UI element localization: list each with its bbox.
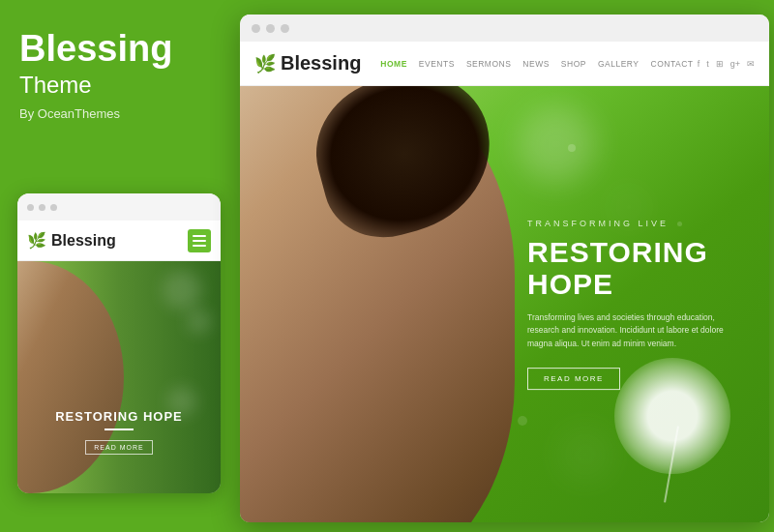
rss-icon[interactable]: ⊞	[716, 59, 724, 69]
hero-tag: TRANSFORMING LIVE	[527, 219, 740, 228]
email-icon[interactable]: ✉	[747, 59, 755, 69]
mobile-mockup: 🌿 Blessing RESTORING HOPE READ MORE	[17, 193, 221, 493]
nav-contact[interactable]: CONTACT	[651, 59, 694, 69]
desktop-dot-2	[266, 24, 275, 33]
hero-description: Transforming lives and societies through…	[527, 311, 740, 351]
brand-by: By OceanThemes	[19, 106, 120, 121]
bokeh-2	[187, 310, 211, 334]
desktop-dot-1	[252, 24, 260, 33]
mobile-dot-3	[50, 204, 57, 211]
mobile-cta-button[interactable]: READ MORE	[85, 440, 152, 455]
facebook-icon[interactable]: f	[698, 59, 700, 69]
bokeh-sm-1	[568, 144, 576, 152]
mobile-logo: 🌿 Blessing	[27, 231, 116, 250]
desktop-hero: TRANSFORMING LIVE RESTORING HOPE Transfo…	[240, 86, 769, 522]
twitter-icon[interactable]: t	[706, 59, 709, 69]
nav-news[interactable]: NEWS	[522, 59, 550, 69]
dandelion	[605, 416, 740, 522]
mobile-leaf-icon: 🌿	[27, 231, 46, 250]
mobile-dot-2	[39, 204, 45, 211]
desktop-dot-3	[281, 24, 289, 33]
menu-line-3	[193, 245, 206, 247]
mobile-divider	[104, 429, 134, 430]
mobile-hero: RESTORING HOPE READ MORE	[17, 261, 221, 493]
hero-cta-button[interactable]: READ MORE	[527, 368, 620, 390]
mobile-logo-text: Blessing	[51, 232, 116, 250]
hero-title: RESTORING HOPE	[527, 236, 740, 300]
mobile-menu-icon[interactable]	[188, 229, 211, 252]
nav-home[interactable]: HOME	[380, 59, 407, 69]
brand-subtitle: Theme	[19, 72, 92, 99]
menu-line-1	[193, 235, 206, 237]
desktop-logo-text: Blessing	[281, 52, 361, 74]
googleplus-icon[interactable]: g+	[730, 59, 740, 69]
desktop-mockup: 🌿 Blessing HOME EVENTS SERMONS NEWS SHOP…	[240, 15, 769, 522]
desktop-nav-links: HOME EVENTS SERMONS NEWS SHOP GALLERY CO…	[380, 59, 697, 69]
desktop-title-bar	[240, 15, 769, 42]
nav-shop[interactable]: SHOP	[561, 59, 586, 69]
mobile-header: 🌿 Blessing	[17, 221, 221, 261]
menu-line-2	[193, 240, 206, 242]
desktop-leaf-icon: 🌿	[254, 53, 276, 74]
bokeh-lg-1	[518, 105, 595, 183]
mobile-title-bar	[17, 193, 221, 221]
desktop-hero-content: TRANSFORMING LIVE RESTORING HOPE Transfo…	[527, 219, 740, 391]
desktop-logo: 🌿 Blessing	[254, 52, 361, 74]
mobile-hero-title: RESTORING HOPE	[17, 409, 221, 424]
bokeh-sm-3	[518, 416, 527, 426]
desktop-nav: 🌿 Blessing HOME EVENTS SERMONS NEWS SHOP…	[240, 42, 769, 86]
nav-sermons[interactable]: SERMONS	[466, 59, 511, 69]
nav-events[interactable]: EVENTS	[419, 59, 455, 69]
mobile-hero-content: RESTORING HOPE READ MORE	[17, 409, 221, 455]
nav-gallery[interactable]: GALLERY	[598, 59, 640, 69]
mobile-dot-1	[27, 204, 34, 211]
bokeh-1	[163, 271, 201, 310]
brand-title: Blessing	[19, 29, 172, 70]
desktop-nav-social: f t ⊞ g+ ✉	[698, 59, 755, 69]
